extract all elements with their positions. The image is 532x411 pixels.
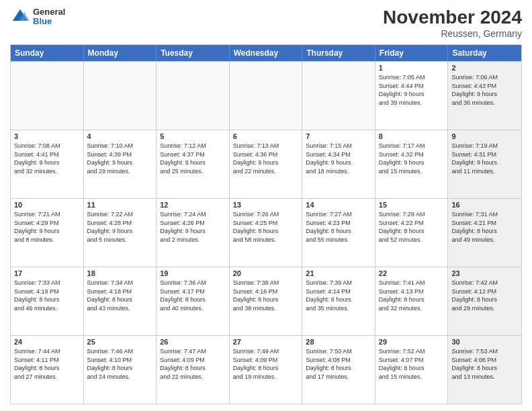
calendar-cell: 17Sunrise: 7:33 AM Sunset: 4:19 PM Dayli… — [11, 267, 84, 335]
day-info: Sunrise: 7:27 AM Sunset: 4:23 PM Dayligh… — [306, 210, 371, 244]
calendar-row: 3Sunrise: 7:08 AM Sunset: 4:41 PM Daylig… — [11, 130, 521, 198]
calendar-header-cell: Friday — [375, 45, 449, 61]
day-number: 25 — [87, 338, 153, 346]
title-block: November 2024 Reussen, Germany — [383, 7, 522, 39]
day-number: 11 — [87, 201, 153, 209]
day-info: Sunrise: 7:17 AM Sunset: 4:32 PM Dayligh… — [379, 142, 445, 175]
day-info: Sunrise: 7:42 AM Sunset: 4:12 PM Dayligh… — [451, 279, 518, 312]
calendar-cell: 28Sunrise: 7:50 AM Sunset: 4:08 PM Dayli… — [302, 336, 375, 404]
day-info: Sunrise: 7:06 AM Sunset: 4:43 PM Dayligh… — [451, 73, 518, 107]
day-info: Sunrise: 7:31 AM Sunset: 4:21 PM Dayligh… — [451, 210, 518, 244]
day-info: Sunrise: 7:13 AM Sunset: 4:36 PM Dayligh… — [233, 142, 299, 175]
calendar-cell: 18Sunrise: 7:34 AM Sunset: 4:18 PM Dayli… — [84, 267, 157, 335]
logo: General Blue — [10, 7, 65, 27]
day-number: 10 — [14, 201, 80, 209]
logo-icon — [10, 7, 30, 27]
day-number: 15 — [379, 201, 445, 209]
calendar-cell — [302, 62, 375, 130]
day-info: Sunrise: 7:50 AM Sunset: 4:08 PM Dayligh… — [306, 347, 371, 381]
day-number: 18 — [87, 269, 153, 277]
calendar-cell — [157, 62, 230, 130]
calendar-cell: 24Sunrise: 7:44 AM Sunset: 4:11 PM Dayli… — [11, 336, 84, 404]
calendar-cell: 27Sunrise: 7:49 AM Sunset: 4:09 PM Dayli… — [230, 336, 303, 404]
day-number: 26 — [160, 338, 226, 346]
day-info: Sunrise: 7:38 AM Sunset: 4:16 PM Dayligh… — [233, 279, 299, 312]
day-number: 28 — [306, 338, 371, 346]
calendar-header-cell: Monday — [84, 45, 157, 61]
calendar-cell: 29Sunrise: 7:52 AM Sunset: 4:07 PM Dayli… — [375, 336, 449, 404]
day-number: 20 — [233, 269, 299, 277]
calendar-body: 1Sunrise: 7:05 AM Sunset: 4:44 PM Daylig… — [11, 61, 521, 404]
day-info: Sunrise: 7:08 AM Sunset: 4:41 PM Dayligh… — [14, 142, 80, 175]
logo-text: General Blue — [33, 7, 65, 27]
day-info: Sunrise: 7:19 AM Sunset: 4:31 PM Dayligh… — [451, 142, 518, 175]
day-info: Sunrise: 7:22 AM Sunset: 4:28 PM Dayligh… — [87, 210, 153, 244]
calendar-cell: 2Sunrise: 7:06 AM Sunset: 4:43 PM Daylig… — [448, 62, 521, 130]
day-info: Sunrise: 7:52 AM Sunset: 4:07 PM Dayligh… — [379, 347, 445, 381]
calendar-row: 24Sunrise: 7:44 AM Sunset: 4:11 PM Dayli… — [11, 335, 521, 404]
day-info: Sunrise: 7:53 AM Sunset: 4:06 PM Dayligh… — [451, 347, 518, 381]
calendar-cell: 4Sunrise: 7:10 AM Sunset: 4:39 PM Daylig… — [84, 130, 157, 198]
day-number: 17 — [14, 269, 80, 277]
header: General Blue November 2024 Reussen, Germ… — [10, 7, 522, 39]
day-info: Sunrise: 7:21 AM Sunset: 4:29 PM Dayligh… — [14, 210, 80, 244]
calendar-cell: 11Sunrise: 7:22 AM Sunset: 4:28 PM Dayli… — [84, 199, 157, 267]
calendar-header-cell: Thursday — [302, 45, 375, 61]
day-number: 21 — [306, 269, 371, 277]
calendar-header-cell: Saturday — [448, 45, 521, 61]
calendar-cell: 8Sunrise: 7:17 AM Sunset: 4:32 PM Daylig… — [375, 130, 449, 198]
calendar-header-cell: Sunday — [11, 45, 84, 61]
calendar-cell — [84, 62, 157, 130]
day-info: Sunrise: 7:47 AM Sunset: 4:09 PM Dayligh… — [160, 347, 226, 381]
day-number: 3 — [14, 132, 80, 140]
calendar-row: 1Sunrise: 7:05 AM Sunset: 4:44 PM Daylig… — [11, 61, 521, 130]
day-info: Sunrise: 7:29 AM Sunset: 4:22 PM Dayligh… — [379, 210, 445, 244]
day-number: 23 — [451, 269, 518, 277]
day-info: Sunrise: 7:34 AM Sunset: 4:18 PM Dayligh… — [87, 279, 153, 312]
calendar-header: SundayMondayTuesdayWednesdayThursdayFrid… — [11, 45, 521, 61]
logo-general: General — [33, 7, 65, 17]
calendar-header-cell: Tuesday — [157, 45, 230, 61]
calendar-cell: 6Sunrise: 7:13 AM Sunset: 4:36 PM Daylig… — [230, 130, 303, 198]
day-number: 8 — [379, 132, 445, 140]
day-number: 22 — [379, 269, 445, 277]
day-number: 2 — [451, 64, 518, 72]
calendar-cell: 3Sunrise: 7:08 AM Sunset: 4:41 PM Daylig… — [11, 130, 84, 198]
calendar-cell: 5Sunrise: 7:12 AM Sunset: 4:37 PM Daylig… — [157, 130, 230, 198]
calendar-cell: 14Sunrise: 7:27 AM Sunset: 4:23 PM Dayli… — [302, 199, 375, 267]
day-info: Sunrise: 7:15 AM Sunset: 4:34 PM Dayligh… — [306, 142, 371, 175]
location: Reussen, Germany — [383, 28, 522, 39]
day-number: 1 — [379, 64, 445, 72]
calendar-cell — [230, 62, 303, 130]
day-number: 29 — [379, 338, 445, 346]
calendar-cell: 7Sunrise: 7:15 AM Sunset: 4:34 PM Daylig… — [302, 130, 375, 198]
calendar-cell: 25Sunrise: 7:46 AM Sunset: 4:10 PM Dayli… — [84, 336, 157, 404]
calendar-cell: 20Sunrise: 7:38 AM Sunset: 4:16 PM Dayli… — [230, 267, 303, 335]
calendar-cell: 9Sunrise: 7:19 AM Sunset: 4:31 PM Daylig… — [448, 130, 521, 198]
calendar-cell: 1Sunrise: 7:05 AM Sunset: 4:44 PM Daylig… — [375, 62, 449, 130]
calendar-cell: 26Sunrise: 7:47 AM Sunset: 4:09 PM Dayli… — [157, 336, 230, 404]
day-info: Sunrise: 7:24 AM Sunset: 4:26 PM Dayligh… — [160, 210, 226, 244]
calendar-cell: 16Sunrise: 7:31 AM Sunset: 4:21 PM Dayli… — [448, 199, 521, 267]
day-info: Sunrise: 7:49 AM Sunset: 4:09 PM Dayligh… — [233, 347, 299, 381]
day-info: Sunrise: 7:44 AM Sunset: 4:11 PM Dayligh… — [14, 347, 80, 381]
calendar: SundayMondayTuesdayWednesdayThursdayFrid… — [10, 44, 522, 404]
day-number: 12 — [160, 201, 226, 209]
day-info: Sunrise: 7:41 AM Sunset: 4:13 PM Dayligh… — [379, 279, 445, 312]
day-number: 14 — [306, 201, 371, 209]
calendar-cell: 21Sunrise: 7:39 AM Sunset: 4:14 PM Dayli… — [302, 267, 375, 335]
day-number: 6 — [233, 132, 299, 140]
calendar-cell: 13Sunrise: 7:26 AM Sunset: 4:25 PM Dayli… — [230, 199, 303, 267]
day-number: 9 — [451, 132, 518, 140]
calendar-cell: 19Sunrise: 7:36 AM Sunset: 4:17 PM Dayli… — [157, 267, 230, 335]
calendar-cell: 15Sunrise: 7:29 AM Sunset: 4:22 PM Dayli… — [375, 199, 449, 267]
day-info: Sunrise: 7:36 AM Sunset: 4:17 PM Dayligh… — [160, 279, 226, 312]
day-info: Sunrise: 7:26 AM Sunset: 4:25 PM Dayligh… — [233, 210, 299, 244]
month-year: November 2024 — [383, 7, 522, 28]
day-number: 27 — [233, 338, 299, 346]
day-info: Sunrise: 7:12 AM Sunset: 4:37 PM Dayligh… — [160, 142, 226, 175]
day-info: Sunrise: 7:39 AM Sunset: 4:14 PM Dayligh… — [306, 279, 371, 312]
day-number: 5 — [160, 132, 226, 140]
calendar-row: 17Sunrise: 7:33 AM Sunset: 4:19 PM Dayli… — [11, 267, 521, 335]
day-info: Sunrise: 7:33 AM Sunset: 4:19 PM Dayligh… — [14, 279, 80, 312]
